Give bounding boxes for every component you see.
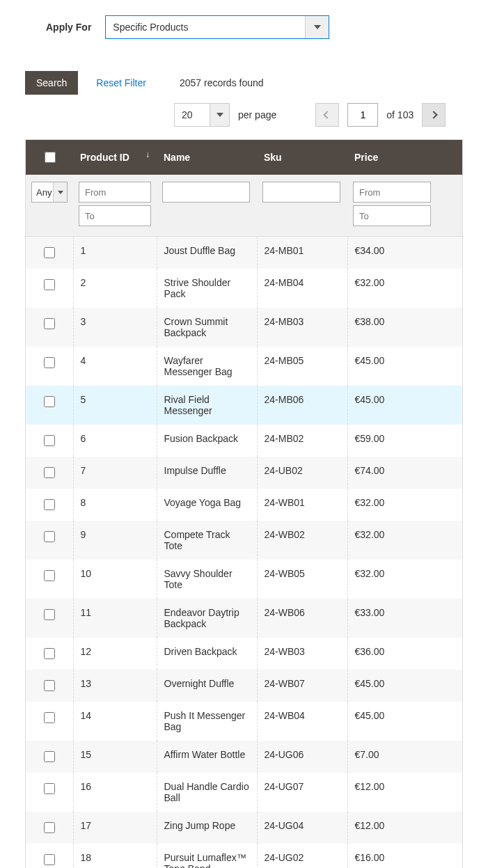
filter-id-from-input[interactable] [79,182,151,203]
table-row[interactable]: 5Rival Field Messenger24-MB06€45.00 [26,386,463,425]
filter-id-to-input[interactable] [79,205,151,226]
apply-for-value: Specific Products [106,16,305,38]
table-row[interactable]: 1Joust Duffle Bag24-MB01€34.00 [26,237,463,269]
row-checkbox[interactable] [44,396,55,407]
table-row[interactable]: 17Zing Jump Rope24-UG04€12.00 [26,812,463,844]
row-checkbox[interactable] [44,680,55,691]
cell-sku: 24-MB05 [257,347,347,386]
records-found-text: 2057 records found [180,77,264,88]
cell-product-id: 15 [73,741,157,773]
table-row[interactable]: 14Push It Messenger Bag24-WB04€45.00 [26,702,463,741]
row-checkbox[interactable] [44,854,55,865]
cell-sku: 24-MB03 [257,308,347,347]
row-checkbox[interactable] [44,531,55,542]
cell-price: €33.00 [347,599,463,638]
row-checkbox[interactable] [44,467,55,478]
chevron-left-icon [324,111,331,118]
cell-name: Crown Summit Backpack [157,308,257,347]
cell-price: €32.00 [347,521,463,560]
col-product-id[interactable]: Product ID↓ [73,140,157,175]
table-row[interactable]: 16Dual Handle Cardio Ball24-UG07€12.00 [26,773,463,812]
cell-price: €45.00 [347,347,463,386]
per-page-label: per page [238,109,276,120]
cell-name: Strive Shoulder Pack [157,269,257,308]
search-button[interactable]: Search [25,71,78,95]
cell-sku: 24-WB02 [257,521,347,560]
cell-product-id: 1 [73,237,157,269]
filter-any-select[interactable]: Any [31,182,68,203]
row-checkbox[interactable] [44,822,55,833]
cell-product-id: 4 [73,347,157,386]
table-row[interactable]: 11Endeavor Daytrip Backpack24-WB06€33.00 [26,599,463,638]
cell-sku: 24-MB01 [257,237,347,269]
row-checkbox[interactable] [44,712,55,723]
table-row[interactable]: 10Savvy Shoulder Tote24-WB05€32.00 [26,560,463,599]
col-select-all [26,140,74,175]
cell-name: Voyage Yoga Bag [157,489,257,521]
prev-page-button[interactable] [315,103,339,127]
next-page-button[interactable] [422,103,446,127]
cell-price: €45.00 [347,386,463,425]
row-checkbox[interactable] [44,318,55,329]
cell-sku: 24-WB05 [257,560,347,599]
table-row[interactable]: 15Affirm Water Bottle24-UG06€7.00 [26,741,463,773]
row-checkbox[interactable] [44,499,55,510]
row-checkbox[interactable] [44,609,55,620]
row-checkbox[interactable] [44,570,55,581]
table-row[interactable]: 4Wayfarer Messenger Bag24-MB05€45.00 [26,347,463,386]
cell-price: €12.00 [347,773,463,812]
row-checkbox[interactable] [44,435,55,446]
table-row[interactable]: 3Crown Summit Backpack24-MB03€38.00 [26,308,463,347]
cell-price: €32.00 [347,560,463,599]
cell-name: Fusion Backpack [157,425,257,457]
cell-name: Wayfarer Messenger Bag [157,347,257,386]
table-row[interactable]: 12Driven Backpack24-WB03€36.00 [26,638,463,670]
table-row[interactable]: 9Compete Track Tote24-WB02€32.00 [26,521,463,560]
cell-sku: 24-UB02 [257,457,347,489]
table-row[interactable]: 6Fusion Backpack24-MB02€59.00 [26,425,463,457]
filter-sku-input[interactable] [262,182,340,203]
sort-indicator-icon: ↓ [145,150,150,159]
table-row[interactable]: 8Voyage Yoga Bag24-WB01€32.00 [26,489,463,521]
cell-price: €32.00 [347,489,463,521]
row-checkbox[interactable] [44,751,55,762]
table-row[interactable]: 13Overnight Duffle24-WB07€45.00 [26,670,463,702]
cell-name: Rival Field Messenger [157,386,257,425]
row-checkbox[interactable] [44,247,55,258]
filter-price-from-input[interactable] [353,182,431,203]
table-row[interactable]: 7Impulse Duffle24-UB02€74.00 [26,457,463,489]
cell-name: Pursuit Lumaflex™ Tone Band [157,844,257,868]
apply-for-select[interactable]: Specific Products [105,15,329,39]
col-name[interactable]: Name [157,140,257,175]
cell-product-id: 14 [73,702,157,741]
cell-product-id: 3 [73,308,157,347]
page-number-input[interactable] [347,103,378,127]
col-sku[interactable]: Sku [257,140,347,175]
cell-sku: 24-WB04 [257,702,347,741]
row-checkbox[interactable] [44,279,55,290]
filter-price-to-input[interactable] [353,205,431,226]
cell-product-id: 11 [73,599,157,638]
row-checkbox[interactable] [44,357,55,368]
row-checkbox[interactable] [44,648,55,659]
filter-any-value: Any [32,182,53,202]
reset-filter-button[interactable]: Reset Filter [92,77,150,89]
cell-sku: 24-WB03 [257,638,347,670]
cell-product-id: 10 [73,560,157,599]
table-row[interactable]: 18Pursuit Lumaflex™ Tone Band24-UG02€16.… [26,844,463,868]
table-row[interactable]: 2Strive Shoulder Pack24-MB04€32.00 [26,269,463,308]
cell-price: €7.00 [347,741,463,773]
cell-product-id: 6 [73,425,157,457]
cell-price: €34.00 [347,237,463,269]
per-page-select[interactable]: 20 [174,103,230,127]
cell-price: €36.00 [347,638,463,670]
cell-product-id: 7 [73,457,157,489]
row-checkbox[interactable] [44,783,55,794]
cell-sku: 24-MB02 [257,425,347,457]
chevron-down-icon [305,16,329,38]
select-all-checkbox[interactable] [45,152,56,163]
cell-product-id: 2 [73,269,157,308]
filter-name-input[interactable] [162,182,250,203]
col-price[interactable]: Price [347,140,463,175]
cell-sku: 24-UG06 [257,741,347,773]
